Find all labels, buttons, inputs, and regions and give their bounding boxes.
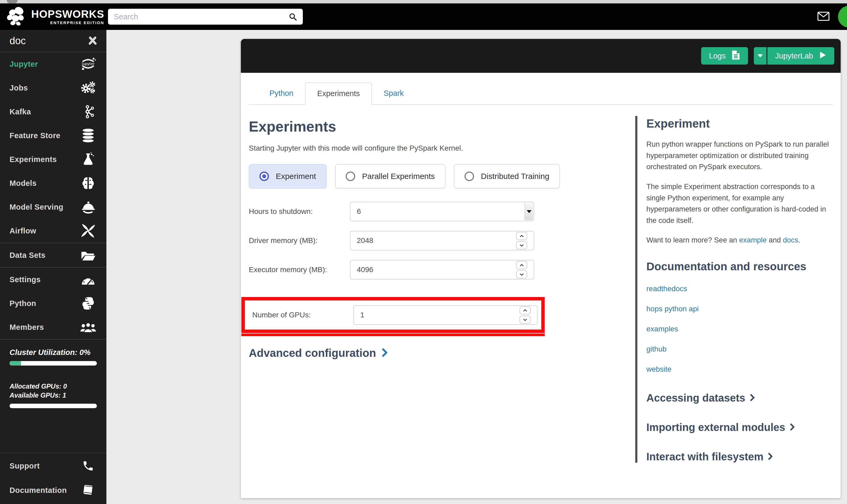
book-icon <box>79 484 97 496</box>
logs-button[interactable]: Logs <box>701 47 748 65</box>
mode-option-experiment[interactable]: Experiment <box>249 164 327 188</box>
gpus-spinner <box>520 306 531 324</box>
sidebar-item-support[interactable]: Support <box>0 454 106 478</box>
chevron-right-icon <box>382 348 388 358</box>
github-link[interactable]: github <box>646 345 833 354</box>
cluster-utilization-bar <box>10 361 97 365</box>
spinner-up-button[interactable] <box>520 306 531 314</box>
accessing-datasets-section[interactable]: Accessing datasets <box>646 392 833 404</box>
docs-learn-more: Want to learn more? See an example and d… <box>646 235 833 246</box>
messages-button[interactable] <box>817 12 830 22</box>
readthedocs-link[interactable]: readthedocs <box>646 285 833 293</box>
svg-text:jupyter: jupyter <box>82 62 95 66</box>
logo-title: HOPSWORKS <box>31 8 104 20</box>
people-icon <box>79 321 97 334</box>
cluster-utilization-bar-fill <box>10 361 21 365</box>
hours-to-shutdown-select[interactable] <box>350 202 534 221</box>
sidebar-item-jobs[interactable]: Jobs <box>0 76 106 100</box>
executor-memory-input[interactable] <box>350 266 499 274</box>
global-search <box>108 9 303 24</box>
pinwheel-icon <box>79 223 97 238</box>
cluster-utilization-block: Cluster Utilization: 0% Allocated GPUs: … <box>0 340 106 408</box>
hopsworks-logo[interactable]: HOPSWORKS ENTERPRISE EDITION <box>5 5 104 28</box>
chevron-right-icon <box>768 453 773 461</box>
envelope-icon <box>817 12 830 22</box>
jupyter-config-panel: Logs JupyterLab Python <box>241 39 841 498</box>
gpu-utilization-bar <box>10 404 97 408</box>
form-row-executor-memory: Executor memory (MB): <box>249 260 635 280</box>
sidebar-item-experiments[interactable]: Experiments <box>0 147 106 171</box>
gears-icon <box>79 81 97 94</box>
radio-unselected-icon <box>346 172 355 181</box>
examples-link[interactable]: examples <box>646 325 833 333</box>
logo-subtitle: ENTERPRISE EDITION <box>31 20 104 25</box>
project-name: doc <box>10 35 26 47</box>
advanced-configuration-toggle[interactable]: Advanced configuration <box>249 347 635 359</box>
jupyterlab-dropdown-button[interactable] <box>754 47 767 65</box>
spinner-down-button[interactable] <box>516 270 527 278</box>
driver-memory-spinner <box>516 232 527 249</box>
docs-link[interactable]: docs <box>783 236 798 244</box>
spinner-up-button[interactable] <box>516 261 527 269</box>
sidebar-item-documentation[interactable]: Documentation <box>0 478 106 502</box>
tab-experiments[interactable]: Experiments <box>305 82 372 105</box>
project-sidebar: doc Jupyter jupyter Jobs <box>0 30 106 504</box>
sidebar-nav: Jupyter jupyter Jobs <box>0 52 106 340</box>
tab-python[interactable]: Python <box>258 82 305 104</box>
spinner-down-button[interactable] <box>516 241 527 249</box>
form-row-number-of-gpus: Number of GPUs: <box>252 305 538 325</box>
driver-memory-input[interactable] <box>350 236 499 245</box>
sidebar-item-feature-store[interactable]: Feature Store <box>0 124 106 147</box>
mode-tabbar: Python Experiments Spark <box>249 82 833 105</box>
python-icon <box>79 296 97 310</box>
radio-selected-icon <box>259 172 269 181</box>
hops-python-api-link[interactable]: hops python api <box>646 305 833 313</box>
close-project-button[interactable] <box>88 36 97 46</box>
user-avatar[interactable] <box>838 6 847 28</box>
tab-spark[interactable]: Spark <box>372 82 415 104</box>
mode-option-distributed-training[interactable]: Distributed Training <box>454 164 560 188</box>
hours-to-shutdown-value[interactable] <box>350 207 499 216</box>
radio-unselected-icon <box>465 172 474 181</box>
sidebar-item-jupyter[interactable]: Jupyter jupyter <box>0 52 106 76</box>
window-tab-nub <box>7 0 17 3</box>
mode-option-parallel-experiments[interactable]: Parallel Experiments <box>335 164 446 188</box>
sidebar-item-models[interactable]: Models <box>0 171 106 195</box>
play-icon <box>819 51 826 61</box>
driver-memory-input-wrap <box>350 231 534 250</box>
spinner-up-button[interactable] <box>516 232 527 240</box>
search-input[interactable] <box>108 9 289 24</box>
jupyter-config-form: Hours to shutdown: Driver memory (MB): <box>249 202 635 359</box>
sidebar-item-airflow[interactable]: Airflow <box>0 219 106 243</box>
interact-with-filesystem-section[interactable]: Interact with filesystem <box>646 451 833 463</box>
jupyterlab-start-button[interactable]: JupyterLab <box>767 47 834 65</box>
example-link[interactable]: example <box>739 236 767 244</box>
sidebar-item-python[interactable]: Python <box>0 291 106 315</box>
page-subtitle: Starting Jupyter with this mode will con… <box>249 144 635 152</box>
select-dropdown-strip[interactable] <box>525 203 533 220</box>
docs-side-panel: Experiment Run python wrapper functions … <box>635 116 833 463</box>
number-of-gpus-input[interactable] <box>354 311 502 319</box>
window-top-strip <box>0 0 847 3</box>
docs-paragraph-2: The simple Experiment abstraction corres… <box>646 181 833 226</box>
form-row-hours-to-shutdown: Hours to shutdown: <box>249 202 635 221</box>
page-title: Experiments <box>249 118 635 135</box>
sidebar-item-members[interactable]: Members <box>0 315 106 339</box>
file-text-icon <box>732 50 740 62</box>
executor-memory-input-wrap <box>350 260 534 280</box>
spinner-down-button[interactable] <box>520 316 531 324</box>
sidebar-item-data-sets[interactable]: Data Sets <box>0 243 106 267</box>
sidebar-item-kafka[interactable]: Kafka <box>0 100 106 124</box>
sidebar-item-model-serving[interactable]: Model Serving <box>0 195 106 219</box>
sidebar-item-settings[interactable]: Settings <box>0 268 106 291</box>
allocated-gpus-label: Allocated GPUs: 0 <box>10 382 97 391</box>
importing-external-modules-section[interactable]: Importing external modules <box>646 421 833 433</box>
cluster-utilization-label: Cluster Utilization: 0% <box>10 348 97 357</box>
search-icon[interactable] <box>289 13 297 21</box>
jupyter-logo-icon: jupyter <box>79 57 97 71</box>
website-link[interactable]: website <box>646 365 833 374</box>
number-of-gpus-input-wrap <box>353 305 538 325</box>
brain-icon <box>79 176 97 190</box>
database-icon <box>79 128 97 143</box>
gauge-icon <box>79 274 97 285</box>
